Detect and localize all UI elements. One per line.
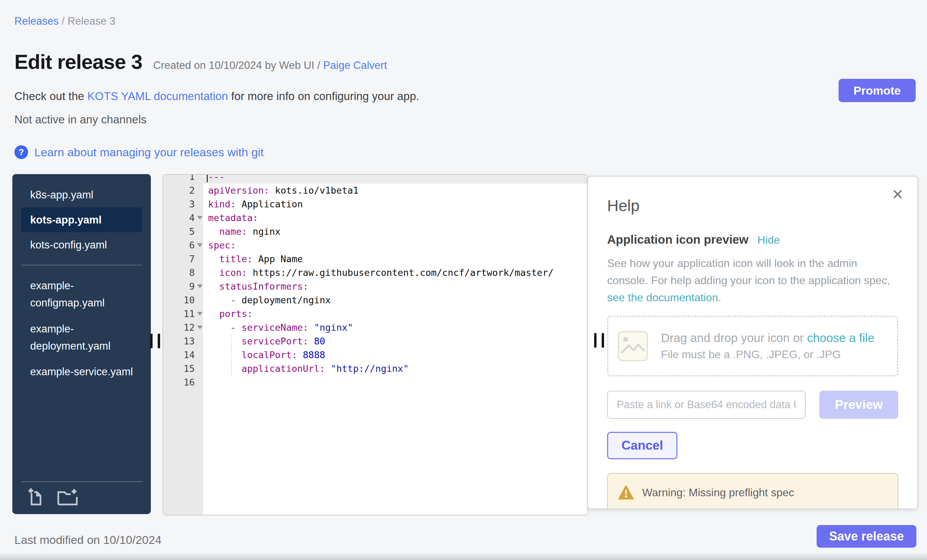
close-icon[interactable]: ✕ <box>892 186 904 203</box>
code-line-5[interactable]: 5 name: nginx <box>163 225 588 238</box>
code-line-16[interactable]: 16 <box>163 376 588 389</box>
code-line-1[interactable]: 1--- <box>163 174 588 184</box>
code-line-3[interactable]: 3kind: Application <box>163 197 588 211</box>
file-item-example-deployment.yaml[interactable]: example-deployment.yaml <box>21 316 133 359</box>
yaml-editor[interactable]: 1---2apiVersion: kots.io/v1beta13kind: A… <box>163 174 588 516</box>
line-number: 8 <box>163 266 203 280</box>
icon-preview-title: Application icon preview <box>607 233 748 246</box>
image-placeholder-icon <box>617 330 649 362</box>
file-list: k8s-app.yamlkots-app.yamlkots-config.yam… <box>12 174 151 257</box>
line-number: 5 <box>163 225 203 238</box>
code-line-15[interactable]: 15 applicationUrl: "http://nginx" <box>163 362 588 376</box>
help-title: Help <box>607 196 898 215</box>
code-line-10[interactable]: 10 - deployment/nginx <box>163 293 588 307</box>
bottom-shadow <box>0 552 927 560</box>
line-number: 7 <box>163 252 203 266</box>
code-text: - deployment/nginx <box>203 293 588 307</box>
line-number: 3 <box>163 197 203 211</box>
code-text: --- <box>203 174 588 184</box>
file-sidebar: k8s-app.yamlkots-app.yamlkots-config.yam… <box>12 174 151 514</box>
preview-button[interactable]: Preview <box>819 391 898 419</box>
help-panel-resize-handle[interactable] <box>594 333 604 348</box>
hide-link[interactable]: Hide <box>757 234 780 246</box>
code-text: title: App Name <box>203 252 588 266</box>
code-text: applicationUrl: "http://nginx" <box>203 362 588 376</box>
indent-guide <box>231 348 232 362</box>
line-number: 6 <box>163 238 203 252</box>
code-line-9[interactable]: 9 statusInformers: <box>163 280 588 293</box>
fold-arrow-icon[interactable] <box>197 284 203 288</box>
file-item-kots-app.yaml[interactable]: kots-app.yaml <box>21 207 142 232</box>
line-number: 2 <box>163 184 203 197</box>
file-item-example-service.yaml[interactable]: example-service.yaml <box>21 359 142 384</box>
line-number: 9 <box>163 280 203 293</box>
kots-yaml-doc-link[interactable]: KOTS YAML documentation <box>87 90 228 102</box>
breadcrumb: Releases / Release 3 <box>14 15 115 27</box>
code-text: kind: Application <box>203 197 588 211</box>
code-text: localPort: 8888 <box>203 348 588 362</box>
breadcrumb-releases-link[interactable]: Releases <box>14 15 59 27</box>
sidebar-footer-divider <box>21 481 143 482</box>
created-info: Created on 10/10/2024 by Web UI / Paige … <box>153 59 387 71</box>
indent-guide <box>231 334 232 348</box>
file-item-kots-config.yaml[interactable]: kots-config.yaml <box>21 232 142 257</box>
code-line-12[interactable]: 12 - serviceName: "nginx" <box>163 321 588 334</box>
warning-icon <box>618 485 634 500</box>
warning-title: Warning: Missing preflight spec <box>642 486 794 499</box>
new-file-icon[interactable] <box>26 487 47 507</box>
code-text: metadata: <box>203 211 588 225</box>
channel-status: Not active in any channels <box>14 113 146 126</box>
created-text: Created on 10/10/2024 by Web UI / <box>153 59 323 71</box>
intro-post: for more info on configuring your app. <box>228 90 419 102</box>
promote-button[interactable]: Promote <box>839 79 916 102</box>
indent-guide <box>231 362 232 376</box>
page-title: Edit release 3 <box>14 50 142 74</box>
line-number: 4 <box>163 211 203 225</box>
intro-text: Check out the KOTS YAML documentation fo… <box>14 90 419 103</box>
preflight-warning: Warning: Missing preflight spec Warning … <box>607 473 898 509</box>
line-number: 1 <box>163 174 203 184</box>
sidebar-resize-handle[interactable] <box>150 334 160 348</box>
code-text: statusInformers: <box>203 280 588 293</box>
icon-url-input[interactable] <box>607 391 805 419</box>
code-line-14[interactable]: 14 localPort: 8888 <box>163 348 588 362</box>
code-line-7[interactable]: 7 title: App Name <box>163 252 588 266</box>
icon-dropzone[interactable]: Drag and drop your icon or choose a file… <box>607 316 898 376</box>
breadcrumb-current: Release 3 <box>68 15 115 27</box>
code-line-2[interactable]: 2apiVersion: kots.io/v1beta1 <box>163 184 588 197</box>
line-number: 13 <box>163 334 203 348</box>
code-line-4[interactable]: 4metadata: <box>163 211 588 225</box>
dropzone-text-pre: Drag and drop your icon or <box>661 331 807 344</box>
fold-arrow-icon[interactable] <box>197 326 203 329</box>
git-help-link[interactable]: ? Learn about managing your releases wit… <box>14 145 264 159</box>
description-text: See how your application icon will look … <box>607 257 890 287</box>
editor-body: 1---2apiVersion: kots.io/v1beta13kind: A… <box>163 174 588 389</box>
code-line-13[interactable]: 13 servicePort: 80 <box>163 334 588 348</box>
file-list-divider <box>21 265 142 265</box>
sidebar-footer <box>21 481 143 507</box>
line-number: 16 <box>163 376 203 389</box>
line-number: 12 <box>163 321 203 334</box>
choose-file-link[interactable]: choose a file <box>807 331 875 344</box>
code-line-11[interactable]: 11 ports: <box>163 307 588 321</box>
code-line-6[interactable]: 6spec: <box>163 238 588 252</box>
fold-arrow-icon[interactable] <box>197 243 203 247</box>
code-text: apiVersion: kots.io/v1beta1 <box>203 184 588 197</box>
intro-pre: Check out the <box>14 90 87 102</box>
title-row: Edit release 3 Created on 10/10/2024 by … <box>14 50 387 74</box>
code-text: - serviceName: "nginx" <box>203 321 588 334</box>
new-folder-icon[interactable] <box>56 487 79 507</box>
file-item-example-configmap.yaml[interactable]: example-configmap.yaml <box>21 273 133 316</box>
cancel-button[interactable]: Cancel <box>607 432 678 459</box>
save-release-button[interactable]: Save release <box>817 525 916 548</box>
code-text: servicePort: 80 <box>203 334 588 348</box>
see-documentation-link[interactable]: see the documentation <box>607 291 718 304</box>
code-text: name: nginx <box>203 225 588 238</box>
fold-arrow-icon[interactable] <box>197 216 203 220</box>
fold-arrow-icon[interactable] <box>197 312 203 316</box>
code-line-8[interactable]: 8 icon: https://raw.githubusercontent.co… <box>163 266 588 280</box>
author-link[interactable]: Paige Calvert <box>323 59 387 71</box>
question-mark-icon: ? <box>14 145 28 159</box>
file-item-k8s-app.yaml[interactable]: k8s-app.yaml <box>21 182 142 207</box>
last-modified-text: Last modified on 10/10/2024 <box>14 533 161 546</box>
